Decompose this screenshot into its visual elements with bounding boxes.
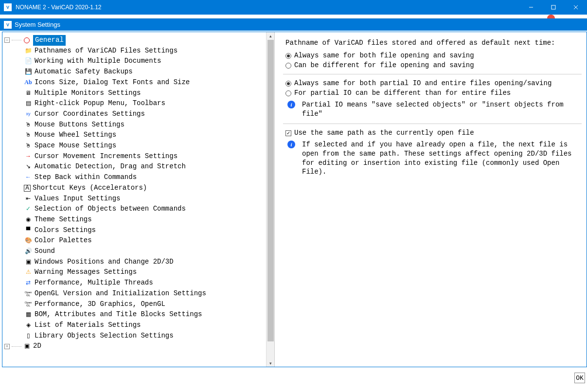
settings-tree[interactable]: − General 📁Pathnames of VariCAD Files Se…	[2, 32, 274, 367]
arrow-left-icon: ←	[24, 174, 33, 181]
maximize-button[interactable]	[542, 0, 565, 15]
minimize-button[interactable]	[520, 0, 542, 15]
divider	[283, 74, 582, 74]
xy-icon: xy	[24, 110, 33, 118]
tree-item[interactable]: ◉Theme Settings	[4, 214, 272, 225]
radio-label: Always same for both file opening and sa…	[294, 52, 474, 59]
tree-item[interactable]: Open GLPerformance, 3D Graphics, OpenGL	[4, 299, 272, 310]
svg-rect-1	[551, 5, 555, 9]
radio-label: For partial IO can be different than for…	[294, 89, 511, 97]
tree-item[interactable]: 🖱Space Mouse Settings	[4, 141, 272, 151]
menu-strip	[0, 15, 587, 18]
tree-item[interactable]: AShortcut Keys (Accelerators)	[4, 183, 272, 194]
tree-item-label: List of Materials Settings	[35, 320, 141, 331]
app-icon: V	[4, 3, 12, 11]
tree-item-label: Right-click Popup Menu, Toolbars	[35, 98, 165, 109]
2d-icon: ▣	[22, 342, 31, 350]
tree-item-label: Pathnames of VariCAD Files Settings	[35, 46, 178, 56]
input-icon: ⇤	[24, 195, 33, 202]
tree-item-label: Sound	[35, 246, 55, 257]
documents-icon: 📄	[24, 57, 33, 65]
scroll-up-icon[interactable]: ▴	[267, 32, 275, 39]
tree-item-label: Color Palettes	[35, 235, 92, 246]
arrow-right-icon: →	[24, 153, 33, 160]
tree-item[interactable]: 🔊Sound	[4, 246, 272, 257]
titlebar: V NONAME 2 - VariCAD 2020-1.12	[0, 0, 587, 15]
tree-item[interactable]: 🖱Mouse Buttons Settings	[4, 120, 272, 130]
menu-icon: ▤	[24, 100, 33, 107]
tree-item[interactable]: ▤Right-click Popup Menu, Toolbars	[4, 98, 272, 109]
expand-icon[interactable]: +	[4, 344, 10, 349]
collapse-icon[interactable]: −	[4, 37, 10, 43]
tree-item-label: Step Back within Commands	[35, 172, 137, 183]
tree-item[interactable]: ✓Selection of Objects between Commands	[4, 204, 272, 214]
ok-button[interactable]: OK	[574, 373, 585, 383]
tree-item[interactable]: ↘Automatic Detection, Drag and Stretch	[4, 161, 272, 172]
radio-label: Always same for both partial IO and enti…	[294, 79, 551, 87]
tree-item-label: Warning Messages Settings	[35, 267, 137, 278]
tree-panel: − General 📁Pathnames of VariCAD Files Se…	[2, 32, 275, 367]
theme-icon: ◉	[24, 216, 33, 224]
radio-icon	[285, 63, 291, 69]
tree-item[interactable]: ▦BOM, Attributes and Title Blocks Settin…	[4, 309, 272, 320]
folder-icon: 📁	[24, 47, 33, 55]
tree-item[interactable]: 🖱Mouse Wheel Settings	[4, 130, 272, 141]
keyboard-a-icon: A	[24, 185, 31, 192]
warning-icon: ⚠	[24, 268, 33, 276]
settings-detail-panel: Pathname of VariCAD files stored and off…	[275, 32, 587, 367]
tree-item[interactable]: ⚠Warning Messages Settings	[4, 267, 272, 278]
tree-item[interactable]: →Cursor Movement Increments Settings	[4, 151, 272, 162]
tree-item[interactable]: ▯Library Objects Selection Settings	[4, 331, 272, 341]
tree-item-label: OpenGL Version and Initialization Settin…	[35, 288, 206, 299]
checkbox-use-same-path[interactable]: ✓ Use the same path as the currently ope…	[285, 129, 582, 137]
radio-different-open-save[interactable]: Can be different for file opening and sa…	[285, 61, 582, 69]
opengl-icon: Open GL	[24, 290, 33, 298]
tree-item[interactable]: ◈List of Materials Settings	[4, 320, 272, 331]
tree-item[interactable]: ⇄Performance, Multiple Threads	[4, 278, 272, 288]
tree-scrollbar[interactable]: ▴ ▾	[266, 32, 274, 367]
scroll-thumb[interactable]	[267, 40, 274, 341]
info-text: If selected and if you have already open…	[302, 140, 582, 177]
palette-icon: 🎨	[24, 237, 33, 245]
tree-item[interactable]: Open GLOpenGL Version and Initialization…	[4, 288, 272, 299]
divider	[283, 124, 582, 124]
tree-item[interactable]: 🖥Multiple Monitors Settings	[4, 88, 272, 99]
tree-item[interactable]: 🎨Color Palettes	[4, 235, 272, 246]
tree-item-label: Cursor Coordinates Settings	[35, 109, 145, 120]
close-button[interactable]	[565, 0, 587, 15]
tree-node-2d[interactable]: + ▣ 2D	[4, 341, 272, 352]
tree-label-general: General	[33, 35, 66, 46]
checkbox-icon: ✓	[285, 130, 291, 136]
check-icon: ✓	[24, 205, 33, 213]
radio-icon	[285, 81, 291, 87]
tree-item[interactable]: ⇤Values Input Settings	[4, 194, 272, 204]
tree-node-general[interactable]: − General	[4, 35, 272, 46]
space-mouse-icon: 🖱	[24, 142, 33, 150]
save-icon: 💾	[24, 68, 33, 76]
tree-item-label: Colors Settings	[35, 225, 96, 236]
info-text: Partial IO means "save selected objects"…	[302, 100, 582, 119]
font-icon: Ab	[24, 79, 33, 87]
tree-item-label: Icons Size, Dialog Text Fonts and Size	[35, 77, 190, 88]
info-icon: i	[287, 101, 295, 108]
tree-item[interactable]: xyCursor Coordinates Settings	[4, 109, 272, 120]
tree-item[interactable]: 📄Working with Multiple Documents	[4, 56, 272, 67]
tree-item[interactable]: 💾Automatic Safety Backups	[4, 67, 272, 77]
tree-item[interactable]: ▣Windows Positions and Change 2D/3D	[4, 257, 272, 267]
scroll-down-icon[interactable]: ▾	[267, 359, 275, 367]
tree-item[interactable]: ▀Colors Settings	[4, 225, 272, 236]
radio-different-partial-io[interactable]: For partial IO can be different than for…	[285, 89, 582, 97]
tree-item[interactable]: AbIcons Size, Dialog Text Fonts and Size	[4, 77, 272, 88]
radio-same-partial-io[interactable]: Always same for both partial IO and enti…	[285, 79, 582, 87]
tree-item[interactable]: ←Step Back within Commands	[4, 172, 272, 183]
section-heading: Pathname of VariCAD files stored and off…	[285, 39, 582, 47]
info-partial-io: i Partial IO means "save selected object…	[285, 100, 582, 119]
dialog-content: − General 📁Pathnames of VariCAD Files Se…	[2, 32, 587, 367]
windows-icon: ▣	[24, 258, 33, 266]
dialog-header: V System Settings	[0, 18, 587, 31]
radio-same-open-save[interactable]: Always same for both file opening and sa…	[285, 52, 582, 59]
monitor-icon: 🖥	[24, 89, 33, 97]
tree-item[interactable]: 📁Pathnames of VariCAD Files Settings	[4, 46, 272, 56]
window-controls	[520, 0, 587, 15]
info-same-path: i If selected and if you have already op…	[285, 140, 582, 177]
